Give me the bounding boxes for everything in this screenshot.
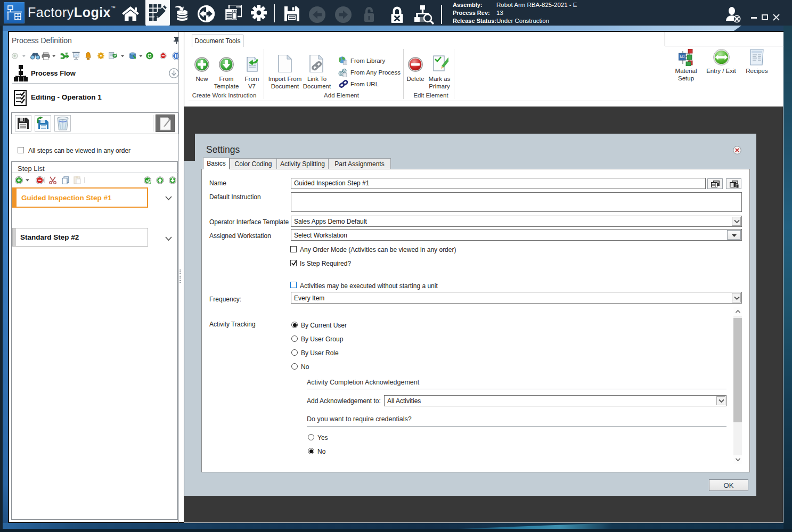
svg-text:MJ: MJ [680, 55, 685, 59]
